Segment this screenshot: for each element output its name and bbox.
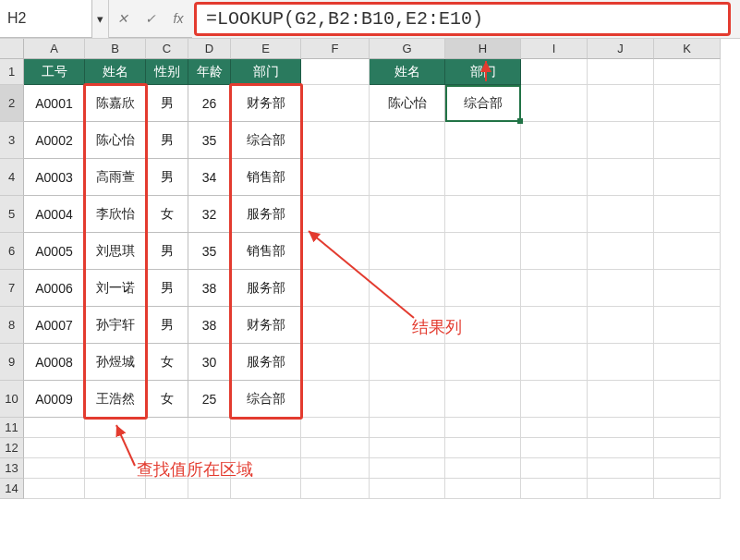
empty-cell[interactable]: [654, 307, 721, 344]
empty-cell[interactable]: [445, 458, 521, 479]
empty-cell[interactable]: [445, 159, 521, 196]
empty-cell[interactable]: [521, 307, 588, 344]
empty-cell[interactable]: [588, 381, 654, 418]
empty-cell[interactable]: [301, 233, 370, 270]
empty-cell[interactable]: [370, 418, 445, 438]
col-header-F[interactable]: F: [301, 39, 370, 59]
row-header-8[interactable]: 8: [0, 307, 24, 344]
empty-cell[interactable]: [588, 85, 654, 122]
empty-cell[interactable]: [654, 458, 721, 479]
empty-cell[interactable]: [588, 122, 654, 159]
empty-cell[interactable]: [521, 270, 588, 307]
header-cell-部门[interactable]: 部门: [231, 59, 301, 85]
empty-cell[interactable]: [521, 479, 588, 499]
empty-cell[interactable]: [654, 85, 721, 122]
empty-cell[interactable]: [24, 479, 85, 499]
data-cell[interactable]: 高雨萱: [85, 159, 146, 196]
empty-cell[interactable]: [188, 479, 231, 499]
empty-cell[interactable]: [301, 458, 370, 479]
data-cell[interactable]: 陈嘉欣: [85, 85, 146, 122]
row-header-9[interactable]: 9: [0, 344, 24, 381]
data-cell[interactable]: 孙宇轩: [85, 307, 146, 344]
row-header-6[interactable]: 6: [0, 233, 24, 270]
row-header-5[interactable]: 5: [0, 196, 24, 233]
name-box-dropdown[interactable]: ▾: [92, 0, 109, 38]
header-cell-工号[interactable]: 工号: [24, 59, 85, 85]
empty-cell[interactable]: [301, 59, 370, 85]
empty-cell[interactable]: [370, 458, 445, 479]
cancel-formula-button[interactable]: ✕: [109, 11, 137, 26]
data-cell[interactable]: 销售部: [231, 233, 301, 270]
empty-cell[interactable]: [188, 418, 231, 438]
empty-cell[interactable]: [521, 122, 588, 159]
col-header-B[interactable]: B: [85, 39, 146, 59]
select-all-corner[interactable]: [0, 39, 24, 59]
col-header-A[interactable]: A: [24, 39, 85, 59]
header-cell-年龄[interactable]: 年龄: [188, 59, 231, 85]
empty-cell[interactable]: [370, 122, 445, 159]
data-cell[interactable]: 陈心怡: [85, 122, 146, 159]
data-cell[interactable]: 32: [188, 196, 231, 233]
fill-handle[interactable]: [517, 118, 523, 124]
row-header-13[interactable]: 13: [0, 458, 24, 479]
data-cell[interactable]: A0009: [24, 381, 85, 418]
empty-cell[interactable]: [445, 344, 521, 381]
row-header-2[interactable]: 2: [0, 85, 24, 122]
empty-cell[interactable]: [146, 479, 188, 499]
empty-cell[interactable]: [588, 196, 654, 233]
empty-cell[interactable]: [301, 344, 370, 381]
empty-cell[interactable]: [654, 479, 721, 499]
empty-cell[interactable]: [521, 196, 588, 233]
col-header-C[interactable]: C: [146, 39, 188, 59]
data-cell[interactable]: 王浩然: [85, 381, 146, 418]
data-cell[interactable]: 孙煜城: [85, 344, 146, 381]
data-cell[interactable]: 财务部: [231, 307, 301, 344]
empty-cell[interactable]: [445, 381, 521, 418]
empty-cell[interactable]: [588, 344, 654, 381]
cells-area[interactable]: 工号 姓名 性别 年龄 部门 姓名 部门 A0001 陈嘉欣 男 26 财务部 …: [24, 59, 740, 560]
data-cell[interactable]: 34: [188, 159, 231, 196]
data-cell[interactable]: A0002: [24, 122, 85, 159]
data-cell[interactable]: 38: [188, 307, 231, 344]
data-cell[interactable]: A0007: [24, 307, 85, 344]
empty-cell[interactable]: [654, 159, 721, 196]
empty-cell[interactable]: [588, 438, 654, 458]
row-header-3[interactable]: 3: [0, 122, 24, 159]
data-cell[interactable]: 男: [146, 159, 188, 196]
empty-cell[interactable]: [588, 233, 654, 270]
empty-cell[interactable]: [654, 59, 721, 85]
empty-cell[interactable]: [588, 307, 654, 344]
data-cell[interactable]: 35: [188, 122, 231, 159]
empty-cell[interactable]: [370, 159, 445, 196]
empty-cell[interactable]: [24, 438, 85, 458]
data-cell[interactable]: 30: [188, 344, 231, 381]
empty-cell[interactable]: [654, 344, 721, 381]
name-box[interactable]: H2: [0, 0, 92, 38]
empty-cell[interactable]: [85, 438, 146, 458]
empty-cell[interactable]: [231, 479, 301, 499]
empty-cell[interactable]: [231, 438, 301, 458]
empty-cell[interactable]: [588, 479, 654, 499]
empty-cell[interactable]: [654, 270, 721, 307]
lookup-header-部门[interactable]: 部门: [445, 59, 521, 85]
data-cell[interactable]: 25: [188, 381, 231, 418]
data-cell[interactable]: 综合部: [231, 381, 301, 418]
empty-cell[interactable]: [521, 85, 588, 122]
row-header-1[interactable]: 1: [0, 59, 24, 85]
empty-cell[interactable]: [445, 479, 521, 499]
empty-cell[interactable]: [370, 270, 445, 307]
data-cell[interactable]: 刘一诺: [85, 270, 146, 307]
row-header-4[interactable]: 4: [0, 159, 24, 196]
empty-cell[interactable]: [301, 307, 370, 344]
data-cell[interactable]: 男: [146, 270, 188, 307]
col-header-E[interactable]: E: [231, 39, 301, 59]
row-header-14[interactable]: 14: [0, 479, 24, 499]
empty-cell[interactable]: [370, 438, 445, 458]
data-cell[interactable]: A0003: [24, 159, 85, 196]
empty-cell[interactable]: [588, 270, 654, 307]
data-cell[interactable]: A0005: [24, 233, 85, 270]
empty-cell[interactable]: [521, 381, 588, 418]
data-cell[interactable]: 男: [146, 233, 188, 270]
data-cell[interactable]: 26: [188, 85, 231, 122]
empty-cell[interactable]: [654, 381, 721, 418]
